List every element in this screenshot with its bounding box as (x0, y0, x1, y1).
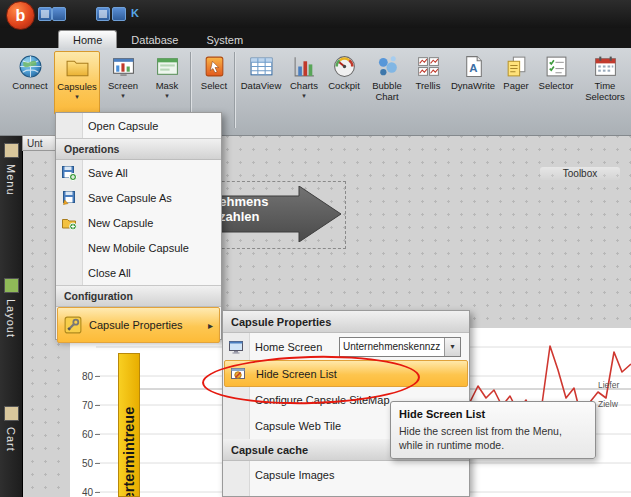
capsule-properties-tools-icon (64, 316, 82, 334)
submenu-item-hide-screen-list[interactable]: Hide Screen List (224, 360, 468, 387)
tab-home[interactable]: Home (58, 30, 117, 48)
menu-item-save-all[interactable]: Save All (56, 160, 221, 185)
select-button[interactable]: Select (194, 51, 234, 115)
time-selectors-button[interactable]: Time Selectors (580, 51, 630, 115)
menu-panel-icon (4, 143, 19, 158)
connect-button[interactable]: Connect (8, 51, 52, 115)
submenu-item-capsule-images[interactable]: Capsule Images (223, 461, 469, 488)
trellis-button[interactable]: Trellis (410, 51, 446, 115)
screen-button[interactable]: Screen ▾ (102, 51, 144, 115)
quick-access-icon-3[interactable] (96, 7, 110, 21)
new-capsule-icon (61, 215, 77, 231)
pager-button[interactable]: Pager (500, 51, 532, 115)
screen-icon (111, 54, 136, 79)
app-logo[interactable]: b (6, 1, 35, 30)
charts-icon (292, 54, 317, 79)
sidebar-item-cart[interactable]: Cart (0, 406, 22, 452)
quick-access-icon-1[interactable] (38, 7, 52, 21)
home-screen-select-value: Unternehmenskennzz (340, 341, 444, 352)
quick-access-icon-k[interactable]: K (128, 6, 142, 20)
y-axis-tick: 80 (70, 370, 100, 382)
bubble-chart-icon (375, 54, 400, 79)
sidebar-item-menu[interactable]: Menu (0, 143, 22, 196)
ribbon-tab-bar: Home Database System (0, 28, 631, 48)
app-logo-letter: b (16, 7, 26, 25)
selector-list-icon (544, 54, 569, 79)
dataview-icon (249, 54, 274, 79)
submenu-header-capsule-properties: Capsule Properties (223, 311, 469, 333)
tooltip-body: Hide the screen list from the Menu, whil… (399, 424, 587, 452)
cockpit-button[interactable]: Cockpit (324, 51, 364, 115)
home-screen-select[interactable]: Unternehmenskennzz ▾ (339, 337, 461, 357)
tooltip-title: Hide Screen List (399, 408, 587, 420)
sidebar-item-label: Cart (5, 427, 17, 452)
y-axis-tick: 50 (70, 457, 100, 469)
mask-icon (155, 54, 180, 79)
row-header-band: Liefertermintreue (118, 353, 140, 497)
cockpit-gauge-icon (332, 54, 357, 79)
y-axis-tick: 70 (70, 399, 100, 411)
trellis-icon (416, 54, 441, 79)
y-axis-tick: 40 (70, 486, 100, 497)
svg-text:A: A (469, 62, 477, 74)
dynawrite-button[interactable]: A DynaWrite (448, 51, 498, 115)
sidebar-item-label: Layout (5, 299, 17, 338)
menu-header-operations: Operations (56, 138, 221, 160)
ribbon-group-separator (234, 52, 236, 128)
selector-button[interactable]: Selector (534, 51, 578, 115)
ribbon-group-toolbox: Toolbox (540, 167, 620, 180)
row-header-label: Liefertermintreue (121, 407, 137, 497)
capsules-menu: Open Capsule Operations Save All Save Ca… (55, 112, 222, 340)
mask-button[interactable]: Mask ▾ (148, 51, 186, 115)
side-panel-bar: Menu Layout Cart (0, 135, 23, 497)
menu-item-open-capsule[interactable]: Open Capsule (56, 113, 221, 138)
screen-tab[interactable]: Unt (22, 135, 56, 151)
save-all-icon (61, 165, 77, 181)
sidebar-item-layout[interactable]: Layout (0, 278, 22, 338)
tooltip: Hide Screen List Hide the screen list fr… (390, 401, 596, 459)
submenu-arrow-icon: ▸ (208, 320, 213, 331)
chevron-down-icon: ▾ (302, 92, 306, 99)
titlebar: K (0, 0, 631, 28)
tab-database[interactable]: Database (117, 31, 192, 48)
chevron-down-icon: ▾ (121, 92, 125, 99)
folder-icon (65, 55, 90, 80)
menu-item-save-capsule-as[interactable]: Save Capsule As (56, 185, 221, 210)
y-axis-tick: 60 (70, 428, 100, 440)
charts-button[interactable]: Charts ▾ (286, 51, 322, 115)
hide-screen-list-icon (230, 366, 246, 382)
capsules-button[interactable]: Capsules ▾ (54, 51, 100, 115)
submenu-item-home-screen[interactable]: Home Screen Unternehmenskennzz ▾ (223, 333, 469, 360)
menu-item-new-capsule[interactable]: New Capsule (56, 210, 221, 235)
chevron-down-icon: ▾ (165, 92, 169, 99)
save-as-icon (61, 190, 77, 206)
tab-system[interactable]: System (192, 31, 257, 48)
menu-item-new-mobile-capsule[interactable]: New Mobile Capsule (56, 235, 221, 260)
calendar-icon (593, 54, 618, 79)
layout-panel-icon (4, 278, 19, 293)
home-screen-icon (228, 339, 244, 355)
dynawrite-document-icon: A (461, 54, 486, 79)
menu-item-capsule-properties[interactable]: Capsule Properties ▸ (57, 307, 220, 343)
sidebar-item-label: Menu (5, 164, 17, 196)
menu-header-configuration: Configuration (56, 285, 221, 307)
series-label: Liefer (598, 380, 619, 390)
cart-panel-icon (4, 406, 19, 421)
screen-tab-label: Unt (27, 138, 43, 149)
menu-item-close-all[interactable]: Close All (56, 260, 221, 285)
globe-icon (18, 54, 43, 79)
bubble-chart-button[interactable]: Bubble Chart (366, 51, 408, 115)
dataview-button[interactable]: DataView (238, 51, 284, 115)
chevron-down-icon: ▾ (75, 93, 79, 100)
chevron-down-icon[interactable]: ▾ (444, 338, 460, 356)
quick-access-icon-2[interactable] (52, 7, 66, 21)
series-label: Zielw (598, 399, 618, 409)
pager-icon (504, 54, 529, 79)
quick-access-icon-4[interactable] (112, 7, 126, 21)
select-icon (202, 54, 227, 79)
application-window: Unt Unternehmens Kennzahlen 8 (0, 0, 631, 497)
